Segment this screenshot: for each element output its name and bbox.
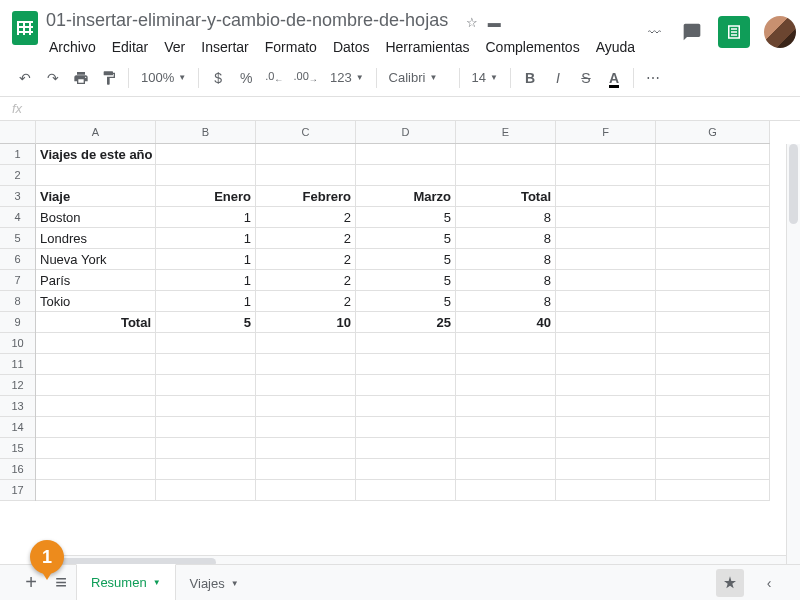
cell[interactable] (656, 480, 770, 501)
cell[interactable] (456, 438, 556, 459)
cell[interactable]: 5 (356, 291, 456, 312)
cell[interactable] (36, 480, 156, 501)
column-header[interactable]: B (156, 121, 256, 143)
cell[interactable] (156, 480, 256, 501)
cell[interactable]: 8 (456, 228, 556, 249)
document-title[interactable]: 01-insertar-eliminar-y-cambio-de-nombre-… (42, 8, 452, 33)
cell[interactable] (36, 375, 156, 396)
cell[interactable]: 8 (456, 291, 556, 312)
cell[interactable]: 1 (156, 270, 256, 291)
cell[interactable] (356, 165, 456, 186)
cell[interactable] (36, 417, 156, 438)
formula-input[interactable] (36, 101, 800, 116)
chevron-down-icon[interactable]: ▼ (153, 578, 161, 587)
cell[interactable] (556, 144, 656, 165)
activity-icon[interactable]: 〰 (642, 20, 666, 44)
collapse-button[interactable]: ‹ (754, 568, 784, 598)
cell[interactable] (256, 333, 356, 354)
cell[interactable] (156, 438, 256, 459)
cells-area[interactable]: Viajes de este añoViajeEneroFebreroMarzo… (36, 144, 770, 501)
cell[interactable] (256, 375, 356, 396)
cell[interactable]: Tokio (36, 291, 156, 312)
row-header[interactable]: 6 (0, 249, 35, 270)
cell[interactable] (556, 375, 656, 396)
cell[interactable] (556, 249, 656, 270)
cell[interactable] (656, 438, 770, 459)
row-header[interactable]: 13 (0, 396, 35, 417)
cell[interactable] (556, 333, 656, 354)
cell[interactable]: 1 (156, 291, 256, 312)
cell[interactable]: 5 (356, 207, 456, 228)
sheets-logo[interactable] (12, 8, 38, 48)
row-header[interactable]: 17 (0, 480, 35, 501)
cell[interactable] (36, 333, 156, 354)
cell[interactable] (556, 480, 656, 501)
cell[interactable] (456, 480, 556, 501)
cell[interactable] (256, 459, 356, 480)
cell[interactable] (456, 144, 556, 165)
cell[interactable]: 2 (256, 291, 356, 312)
paint-format-button[interactable] (96, 65, 122, 91)
column-header[interactable]: F (556, 121, 656, 143)
cell[interactable]: 40 (456, 312, 556, 333)
cell[interactable] (256, 438, 356, 459)
cell[interactable] (556, 459, 656, 480)
row-header[interactable]: 16 (0, 459, 35, 480)
row-header[interactable]: 8 (0, 291, 35, 312)
cell[interactable] (556, 312, 656, 333)
cell[interactable] (356, 417, 456, 438)
cell[interactable]: Boston (36, 207, 156, 228)
cell[interactable]: Febrero (256, 186, 356, 207)
cell[interactable] (456, 459, 556, 480)
chevron-down-icon[interactable]: ▼ (231, 579, 239, 588)
cell[interactable] (256, 354, 356, 375)
cell[interactable] (556, 417, 656, 438)
bold-button[interactable]: B (517, 65, 543, 91)
cell[interactable] (156, 354, 256, 375)
cell[interactable] (656, 165, 770, 186)
cell[interactable]: 5 (356, 270, 456, 291)
explore-button[interactable] (716, 569, 744, 597)
cell[interactable] (156, 375, 256, 396)
cell[interactable] (656, 459, 770, 480)
cell[interactable] (456, 396, 556, 417)
cell[interactable] (556, 438, 656, 459)
cell[interactable] (156, 396, 256, 417)
cell[interactable]: Enero (156, 186, 256, 207)
cell[interactable]: 10 (256, 312, 356, 333)
cell[interactable] (156, 417, 256, 438)
column-header[interactable]: D (356, 121, 456, 143)
column-header[interactable]: A (36, 121, 156, 143)
cell[interactable] (356, 459, 456, 480)
cell[interactable] (36, 165, 156, 186)
cell[interactable]: Marzo (356, 186, 456, 207)
star-icon[interactable]: ☆ (466, 15, 478, 30)
row-header[interactable]: 4 (0, 207, 35, 228)
cell[interactable] (556, 186, 656, 207)
row-header[interactable]: 3 (0, 186, 35, 207)
cell[interactable] (556, 207, 656, 228)
row-header[interactable]: 1 (0, 144, 35, 165)
cell[interactable] (556, 396, 656, 417)
sheet-tab[interactable]: Resumen▼ (76, 564, 176, 600)
cell[interactable] (556, 270, 656, 291)
sheet-tab[interactable]: Viajes▼ (176, 565, 253, 601)
row-header[interactable]: 14 (0, 417, 35, 438)
strikethrough-button[interactable]: S (573, 65, 599, 91)
row-header[interactable]: 10 (0, 333, 35, 354)
cell[interactable] (456, 417, 556, 438)
row-header[interactable]: 2 (0, 165, 35, 186)
cell[interactable] (36, 459, 156, 480)
cell[interactable] (556, 291, 656, 312)
cell[interactable] (156, 333, 256, 354)
cell[interactable] (556, 228, 656, 249)
cell[interactable] (356, 480, 456, 501)
cell[interactable] (256, 144, 356, 165)
cell[interactable] (656, 291, 770, 312)
cell[interactable] (456, 333, 556, 354)
cell[interactable]: 5 (156, 312, 256, 333)
cell[interactable] (656, 417, 770, 438)
column-header[interactable]: E (456, 121, 556, 143)
menu-datos[interactable]: Datos (326, 35, 377, 59)
user-avatar[interactable] (764, 16, 796, 48)
